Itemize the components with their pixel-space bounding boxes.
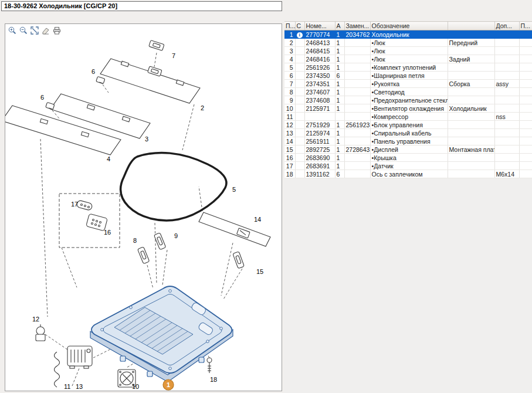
row-icon-cell[interactable]: i bbox=[295, 31, 304, 39]
table-cell[interactable]: 5 bbox=[284, 63, 295, 72]
row-icon-cell[interactable] bbox=[295, 121, 304, 129]
table-cell[interactable]: 1 bbox=[335, 80, 344, 88]
table-row[interactable]: 1021259711•Вентилятор охлажденияХолодиль… bbox=[284, 104, 532, 113]
part-1-refrigerator-body[interactable] bbox=[90, 286, 233, 382]
table-cell[interactable]: •Спиральный кабель bbox=[370, 129, 448, 137]
row-icon-cell[interactable] bbox=[295, 137, 304, 145]
row-icon-cell[interactable] bbox=[295, 96, 304, 104]
table-cell[interactable]: 1 bbox=[335, 154, 344, 162]
table-cell[interactable] bbox=[519, 145, 532, 154]
table-cell[interactable]: 2125971 bbox=[304, 104, 335, 113]
table-cell[interactable]: •Компрессор bbox=[370, 113, 448, 121]
table-cell[interactable] bbox=[519, 104, 532, 113]
part-label-2[interactable]: 2 bbox=[201, 104, 204, 111]
table-cell[interactable]: Задний bbox=[448, 55, 494, 63]
table-cell[interactable]: 12 bbox=[284, 121, 295, 129]
table-cell[interactable] bbox=[448, 31, 494, 39]
part-18-shoulder-screw[interactable] bbox=[207, 358, 212, 373]
table-cell[interactable] bbox=[448, 129, 494, 137]
table-cell[interactable]: 4 bbox=[284, 55, 295, 63]
table-cell[interactable] bbox=[344, 129, 370, 137]
table-cell[interactable]: 2468415 bbox=[304, 47, 335, 55]
part-label-8[interactable]: 8 bbox=[133, 237, 137, 244]
table-cell[interactable] bbox=[344, 170, 370, 178]
row-icon-cell[interactable] bbox=[295, 154, 304, 162]
part-label-18[interactable]: 18 bbox=[210, 376, 217, 383]
table-cell[interactable]: 2125974 bbox=[304, 129, 335, 137]
table-cell[interactable] bbox=[519, 72, 532, 80]
part-5-seal[interactable] bbox=[121, 153, 226, 220]
table-cell[interactable] bbox=[494, 162, 519, 170]
table-cell[interactable]: 2374350 bbox=[304, 72, 335, 80]
table-cell[interactable]: 16 bbox=[284, 154, 295, 162]
table-cell[interactable] bbox=[344, 154, 370, 162]
table-cell[interactable]: 18 bbox=[284, 170, 295, 178]
table-cell[interactable] bbox=[494, 145, 519, 154]
table-cell[interactable]: •Комплект уплотнений bbox=[370, 63, 448, 72]
table-cell[interactable] bbox=[448, 121, 494, 129]
table-row[interactable]: 623743506•Шарнирная петля bbox=[284, 72, 532, 80]
table-cell[interactable]: 13 bbox=[284, 129, 295, 137]
table-cell[interactable]: 2683690 bbox=[304, 154, 335, 162]
table-cell[interactable] bbox=[344, 63, 370, 72]
table-cell[interactable]: 1 bbox=[335, 39, 344, 47]
table-cell[interactable]: •Люк bbox=[370, 55, 448, 63]
table-cell[interactable]: М6х14 bbox=[494, 170, 519, 178]
table-cell[interactable] bbox=[519, 47, 532, 55]
table-cell[interactable]: 9 bbox=[284, 96, 295, 104]
table-cell[interactable] bbox=[519, 154, 532, 162]
table-cell[interactable] bbox=[344, 72, 370, 80]
table-row[interactable]: 823746071•Светодиод bbox=[284, 88, 532, 96]
row-icon-cell[interactable] bbox=[295, 104, 304, 113]
table-cell[interactable] bbox=[448, 72, 494, 80]
table-cell[interactable] bbox=[304, 113, 335, 121]
table-cell[interactable] bbox=[494, 104, 519, 113]
part-17-remote[interactable] bbox=[76, 200, 93, 211]
table-cell[interactable]: 6 bbox=[284, 72, 295, 80]
row-icon-cell[interactable] bbox=[295, 88, 304, 96]
print-icon[interactable] bbox=[52, 26, 62, 35]
table-cell[interactable]: 8 bbox=[284, 88, 295, 96]
part-label-11[interactable]: 11 bbox=[64, 383, 70, 390]
table-cell[interactable]: 1 bbox=[335, 104, 344, 113]
part-12-control-unit[interactable] bbox=[36, 324, 45, 341]
table-cell[interactable]: 1 bbox=[335, 47, 344, 55]
table-cell[interactable]: 2561911 bbox=[304, 137, 335, 145]
table-cell[interactable]: •Дисплей bbox=[370, 145, 448, 154]
table-cell[interactable] bbox=[344, 88, 370, 96]
table-cell[interactable]: •Светодиод bbox=[370, 88, 448, 96]
table-cell[interactable] bbox=[519, 39, 532, 47]
table-cell[interactable]: 2468413 bbox=[304, 39, 335, 47]
table-cell[interactable]: 14 bbox=[284, 137, 295, 145]
part-7-latch[interactable] bbox=[149, 40, 164, 51]
row-icon-cell[interactable] bbox=[295, 129, 304, 137]
row-icon-cell[interactable] bbox=[295, 55, 304, 63]
table-cell[interactable]: 2374351 bbox=[304, 80, 335, 88]
table-cell[interactable]: 15 bbox=[284, 145, 295, 154]
table-row[interactable]: 1726836911•Датчик bbox=[284, 162, 532, 170]
part-15-display-bracket[interactable] bbox=[233, 252, 245, 269]
table-cell[interactable]: •Панель управления bbox=[370, 137, 448, 145]
table-cell[interactable] bbox=[519, 113, 532, 121]
table-cell[interactable]: Ось с заплечиком bbox=[370, 170, 448, 178]
table-row[interactable]: 224684131•ЛюкПередний bbox=[284, 39, 532, 47]
table-cell[interactable]: 2468416 bbox=[304, 55, 335, 63]
table-cell[interactable] bbox=[344, 137, 370, 145]
table-cell[interactable] bbox=[448, 154, 494, 162]
part-label-10[interactable]: 10 bbox=[132, 383, 139, 390]
table-cell[interactable] bbox=[519, 63, 532, 72]
table-cell[interactable]: 1 bbox=[284, 31, 295, 39]
table-cell[interactable]: 2892725 bbox=[304, 145, 335, 154]
table-cell[interactable]: 2751929 bbox=[304, 121, 335, 129]
fit-icon[interactable] bbox=[30, 26, 39, 35]
table-row[interactable]: 1813911626Ось с заплечикомМ6х14 bbox=[284, 170, 532, 178]
row-icon-cell[interactable] bbox=[295, 113, 304, 121]
table-cell[interactable] bbox=[494, 154, 519, 162]
table-cell[interactable] bbox=[494, 88, 519, 96]
table-row[interactable]: 15289272512728643•ДисплейМонтажная плата bbox=[284, 145, 532, 154]
table-cell[interactable]: •Вентилятор охлаждения bbox=[370, 104, 448, 113]
table-cell[interactable] bbox=[519, 88, 532, 96]
table-cell[interactable]: 1 bbox=[335, 96, 344, 104]
part-2-panel[interactable] bbox=[100, 59, 200, 103]
table-cell[interactable]: •Предохранительное стекло bbox=[370, 96, 448, 104]
